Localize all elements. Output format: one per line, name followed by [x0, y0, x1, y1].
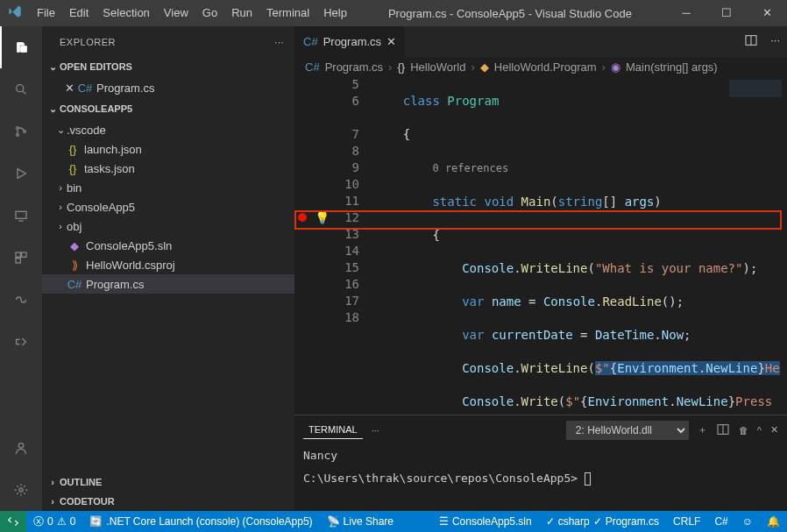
- status-launch-config[interactable]: 🔄 .NET Core Launch (console) (ConsoleApp…: [82, 511, 319, 532]
- menu-file[interactable]: File: [30, 0, 62, 26]
- breakpoint-icon[interactable]: [294, 209, 312, 226]
- status-remote-icon[interactable]: [0, 511, 26, 532]
- code-content[interactable]: class Program { 0 references static void…: [373, 76, 787, 415]
- menu-selection[interactable]: Selection: [96, 0, 156, 26]
- minimize-button[interactable]: ─: [666, 0, 706, 26]
- titlebar: File Edit Selection View Go Run Terminal…: [0, 0, 787, 26]
- svg-point-3: [24, 131, 26, 133]
- menubar: File Edit Selection View Go Run Terminal…: [30, 0, 354, 26]
- method-icon: ◉: [611, 60, 620, 74]
- status-solution[interactable]: ☰ ConsoleApp5.sln: [432, 511, 539, 532]
- status-errors[interactable]: ⓧ 0 ⚠ 0: [26, 511, 82, 532]
- menu-help[interactable]: Help: [316, 0, 354, 26]
- status-bar: ⓧ 0 ⚠ 0 🔄 .NET Core Launch (console) (Co…: [0, 511, 787, 532]
- sidebar: EXPLORER ··· ⌄ OPEN EDITORS ✕ C# Program…: [42, 26, 294, 511]
- terminal-tab[interactable]: TERMINAL: [303, 421, 363, 439]
- split-terminal-icon[interactable]: [716, 422, 730, 438]
- chevron-right-icon: ›: [54, 221, 67, 231]
- status-filetype[interactable]: C#: [707, 511, 734, 532]
- class-icon: ◆: [480, 60, 489, 74]
- csproj-file-icon: ⟫: [67, 259, 82, 272]
- line-numbers: 56 7891011 💡 12 131415161718: [312, 76, 373, 415]
- tree-file-tasks[interactable]: {}tasks.json: [42, 159, 294, 178]
- status-bell-icon[interactable]: 🔔: [760, 511, 787, 532]
- remote-icon[interactable]: [0, 195, 42, 237]
- svg-point-9: [19, 488, 23, 492]
- status-lang[interactable]: ✓ csharp ✓ Program.cs: [539, 511, 666, 532]
- svg-rect-5: [16, 252, 20, 257]
- settings-icon[interactable]: [0, 469, 42, 511]
- new-terminal-icon[interactable]: ＋: [698, 423, 707, 436]
- close-button[interactable]: ✕: [747, 0, 787, 26]
- kill-terminal-icon[interactable]: 🗑: [739, 425, 748, 436]
- breakpoint-gutter[interactable]: [294, 76, 312, 415]
- json-file-icon: {}: [65, 143, 81, 156]
- section-open-editors[interactable]: ⌄ OPEN EDITORS: [42, 57, 294, 76]
- run-debug-icon[interactable]: [0, 153, 42, 195]
- close-tab-icon[interactable]: ✕: [386, 35, 396, 48]
- liveshare-icon[interactable]: [0, 321, 42, 363]
- status-feedback-icon[interactable]: ☺: [735, 511, 760, 532]
- svg-point-8: [18, 443, 23, 448]
- extensions-icon[interactable]: [0, 237, 42, 279]
- json-file-icon: {}: [65, 162, 81, 175]
- svg-point-0: [17, 85, 24, 92]
- csharp-file-icon: C#: [305, 60, 320, 74]
- chevron-right-icon: ›: [46, 496, 60, 507]
- code-editor[interactable]: 56 7891011 💡 12 131415161718 class Progr…: [294, 76, 787, 415]
- svg-rect-7: [16, 259, 20, 263]
- tree-folder-bin[interactable]: ›bin: [42, 178, 294, 197]
- breadcrumb[interactable]: C# Program.cs › {} HelloWorld › ◆ HelloW…: [294, 57, 787, 76]
- chevron-right-icon: ›: [54, 202, 67, 212]
- section-codetour[interactable]: ›CODETOUR: [42, 492, 294, 511]
- search-icon[interactable]: [0, 68, 42, 110]
- chevron-right-icon: ›: [46, 477, 60, 487]
- chevron-down-icon: ⌄: [46, 61, 60, 73]
- lightbulb-icon[interactable]: 💡: [315, 210, 330, 224]
- tree-folder-consoleapp5[interactable]: ›ConsoleApp5: [42, 197, 294, 216]
- sln-file-icon: ◆: [67, 239, 82, 252]
- split-editor-icon[interactable]: [744, 33, 758, 50]
- sidebar-more-icon[interactable]: ···: [274, 37, 284, 47]
- editor-tab[interactable]: C# Program.cs ✕: [294, 26, 406, 57]
- menu-run[interactable]: Run: [224, 0, 259, 26]
- status-eol[interactable]: CRLF: [666, 511, 707, 532]
- menu-view[interactable]: View: [157, 0, 195, 26]
- terminal-more-icon[interactable]: ···: [372, 425, 379, 436]
- source-control-icon[interactable]: [0, 110, 42, 153]
- terminal-cursor: [585, 472, 591, 486]
- csharp-file-icon: C#: [303, 35, 318, 48]
- tree-file-program[interactable]: C#Program.cs: [42, 274, 294, 294]
- status-liveshare[interactable]: 📡 Live Share: [320, 511, 401, 532]
- open-editor-item[interactable]: ✕ C# Program.cs: [42, 78, 294, 97]
- terminal-select[interactable]: 2: HelloWorld.dll: [566, 421, 689, 440]
- csharp-file-icon: C#: [77, 82, 93, 95]
- maximize-button[interactable]: ☐: [706, 0, 747, 26]
- account-icon[interactable]: [0, 427, 42, 469]
- close-editor-icon[interactable]: ✕: [65, 82, 77, 95]
- section-folder[interactable]: ⌄ CONSOLEAPP5: [42, 99, 294, 118]
- svg-point-2: [17, 134, 19, 137]
- menu-go[interactable]: Go: [195, 0, 224, 26]
- tree-folder-vscode[interactable]: ⌄.vscode: [42, 120, 294, 139]
- terminal-body[interactable]: Nancy C:\Users\thrak\source\repos\Consol…: [294, 444, 787, 511]
- explorer-icon[interactable]: [0, 26, 42, 68]
- editor-more-icon[interactable]: ···: [770, 33, 780, 50]
- chevron-right-icon: ›: [388, 60, 392, 74]
- svg-point-1: [17, 127, 19, 130]
- share-icon[interactable]: [0, 279, 42, 321]
- close-panel-icon[interactable]: ✕: [770, 424, 778, 436]
- csharp-file-icon: C#: [67, 278, 82, 291]
- namespace-icon: {}: [397, 60, 405, 74]
- tree-file-sln[interactable]: ◆ConsoleApp5.sln: [42, 236, 294, 255]
- minimap[interactable]: [729, 80, 782, 124]
- sidebar-title: EXPLORER: [60, 37, 116, 47]
- menu-terminal[interactable]: Terminal: [259, 0, 316, 26]
- section-outline[interactable]: ›OUTLINE: [42, 472, 294, 492]
- tree-file-csproj[interactable]: ⟫HelloWorld.csproj: [42, 255, 294, 274]
- maximize-panel-icon[interactable]: ^: [757, 425, 762, 436]
- tree-file-launch[interactable]: {}launch.json: [42, 139, 294, 159]
- menu-edit[interactable]: Edit: [62, 0, 96, 26]
- chevron-right-icon: ›: [602, 60, 606, 74]
- tree-folder-obj[interactable]: ›obj: [42, 216, 294, 236]
